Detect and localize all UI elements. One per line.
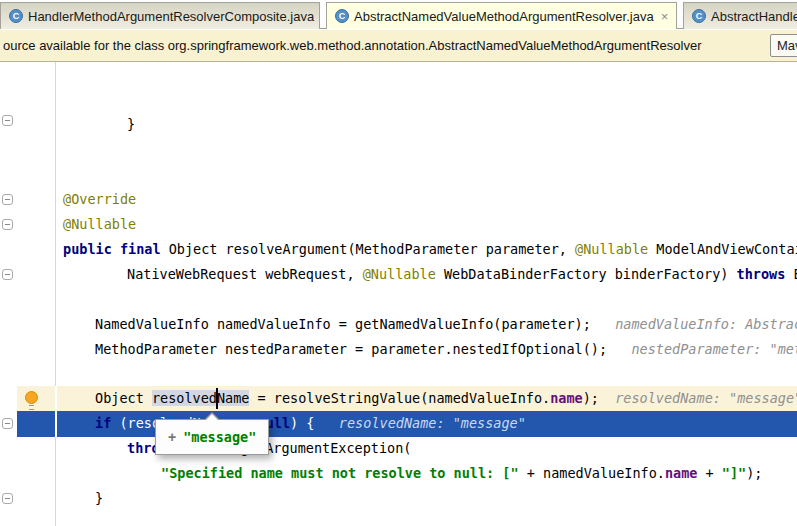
fold-marker-icon[interactable] (2, 493, 13, 504)
editor-tab-2[interactable]: CAbstractHandle (683, 2, 797, 29)
fold-marker-icon[interactable] (2, 269, 13, 280)
code-line: } (127, 112, 135, 137)
banner-message: ource available for the class org.spring… (3, 30, 702, 61)
code-line: MethodParameter nestedParameter = parame… (95, 337, 797, 362)
code-line: @Override (63, 187, 136, 212)
editor-tab-0[interactable]: CHandlerMethodArgumentResolverComposite.… (0, 2, 320, 29)
editor-tab-1[interactable]: CAbstractNamedValueMethodArgumentResolve… (326, 2, 677, 29)
class-icon: C (335, 9, 349, 23)
fold-marker-icon[interactable] (2, 194, 13, 205)
code-line: "Specified name must not resolve to null… (161, 461, 763, 486)
class-icon: C (9, 9, 23, 23)
code-editor[interactable]: }@Override@Nullablepublic final Object r… (0, 62, 797, 526)
code-line: public final Object resolveArgument(Meth… (63, 237, 797, 262)
code-line: NativeWebRequest webRequest, @Nullable W… (127, 262, 797, 287)
editor-tab-bar: CHandlerMethodArgumentResolverComposite.… (0, 0, 797, 29)
tab-label: AbstractNamedValueMethodArgumentResolver… (354, 9, 654, 24)
tooltip-value: "message" (183, 429, 256, 445)
code-line: NamedValueInfo namedValueInfo = getNamed… (95, 312, 797, 337)
class-icon: C (692, 9, 706, 23)
code-line: @Nullable (63, 212, 136, 237)
library-source-banner: ource available for the class org.spring… (0, 30, 797, 62)
fold-marker-icon[interactable] (2, 115, 13, 126)
tab-label: HandlerMethodArgumentResolverComposite.j… (28, 9, 314, 24)
expand-icon[interactable]: + (168, 429, 176, 445)
maven-button[interactable]: Mav (770, 34, 797, 57)
text-caret (216, 388, 218, 409)
gutter-separator (55, 62, 56, 526)
tab-close-icon[interactable]: × (661, 9, 669, 24)
tab-label: AbstractHandle (711, 9, 797, 24)
intention-bulb-icon[interactable] (25, 391, 38, 404)
code-line: } (95, 486, 103, 511)
ide-window: CHandlerMethodArgumentResolverComposite.… (0, 0, 797, 526)
fold-marker-icon[interactable] (2, 219, 13, 230)
debug-value-tooltip[interactable]: + "message" (155, 419, 269, 455)
fold-marker-icon[interactable] (2, 418, 13, 429)
code-line: Object resolvedName = resolveStringValue… (95, 386, 797, 411)
